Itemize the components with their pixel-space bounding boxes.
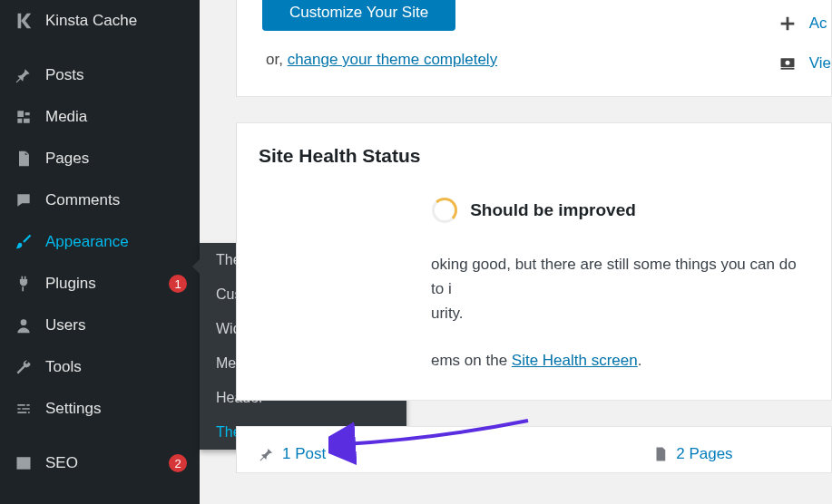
view-action[interactable]: Vie: [775, 53, 831, 74]
admin-sidebar: Kinsta Cache Posts Media Pages Comments …: [0, 0, 200, 504]
eye-icon: [775, 53, 800, 74]
main-content: Customize Your Site or, change your them…: [236, 0, 832, 504]
sidebar-item-label: Comments: [45, 191, 187, 209]
site-health-status-text: Should be improved: [470, 200, 636, 220]
site-health-title: Site Health Status: [259, 145, 809, 167]
svg-point-0: [21, 319, 27, 325]
update-badge: 1: [169, 275, 187, 293]
sidebar-item-kinsta-cache[interactable]: Kinsta Cache: [0, 0, 200, 42]
change-theme-link[interactable]: change your theme completely: [288, 51, 498, 68]
sliders-icon: [13, 398, 34, 420]
view-action-label: Vie: [809, 54, 831, 73]
pages-icon: [13, 148, 34, 170]
sidebar-item-label: Appearance: [45, 233, 187, 251]
site-health-screen-link[interactable]: Site Health screen: [512, 352, 638, 369]
glance-pages[interactable]: 2 Pages: [652, 445, 732, 463]
glance-posts-label: 1 Post: [282, 445, 326, 463]
plug-icon: [13, 273, 34, 295]
pin-icon: [13, 64, 34, 86]
right-actions: Ac Vie: [775, 13, 831, 92]
health-body-line2: urity.: [431, 301, 809, 325]
sidebar-item-label: Posts: [45, 66, 187, 84]
media-icon: [13, 106, 34, 128]
site-health-body: oking good, but there are still some thi…: [259, 252, 809, 373]
site-health-panel: Site Health Status Should be improved ok…: [236, 122, 832, 401]
health-body-line1: oking good, but there are still some thi…: [431, 252, 809, 301]
sidebar-item-settings[interactable]: Settings: [0, 388, 200, 430]
kinsta-k-icon: [13, 10, 34, 32]
svg-point-2: [785, 61, 789, 65]
sidebar-item-posts[interactable]: Posts: [0, 54, 200, 96]
wrench-icon: [13, 356, 34, 378]
glance-pages-label: 2 Pages: [676, 445, 732, 463]
status-indicator-circle: [432, 198, 457, 223]
user-icon: [13, 315, 34, 336]
add-action-label: Ac: [809, 15, 827, 33]
sidebar-item-label: SEO: [45, 454, 162, 472]
sidebar-item-tools[interactable]: Tools: [0, 346, 200, 388]
health-body-line3: ems on the Site Health screen.: [431, 348, 809, 373]
sidebar-item-label: Media: [45, 108, 187, 126]
yoast-icon: [13, 452, 34, 474]
sidebar-item-comments[interactable]: Comments: [0, 179, 200, 221]
site-health-status-row: Should be improved: [259, 198, 809, 223]
glance-posts[interactable]: 1 Post: [259, 445, 326, 463]
sidebar-item-media[interactable]: Media: [0, 96, 200, 138]
customize-site-button[interactable]: Customize Your Site: [262, 0, 455, 31]
sidebar-item-plugins[interactable]: Plugins 1: [0, 263, 200, 305]
sidebar-item-pages[interactable]: Pages: [0, 138, 200, 179]
sidebar-item-users[interactable]: Users: [0, 305, 200, 346]
or-prefix: or,: [266, 51, 288, 68]
sidebar-item-label: Settings: [45, 400, 187, 418]
sidebar-item-appearance[interactable]: Appearance: [0, 221, 200, 263]
pages-icon: [652, 446, 669, 462]
sidebar-item-label: Plugins: [45, 275, 162, 293]
at-a-glance-panel: 1 Post 2 Pages: [236, 426, 832, 473]
add-action[interactable]: Ac: [775, 13, 831, 34]
pin-icon: [259, 446, 275, 462]
sidebar-item-label: Kinsta Cache: [45, 12, 187, 30]
flyout-arrow: [192, 259, 200, 274]
sidebar-item-label: Pages: [45, 150, 187, 168]
plus-icon: [775, 13, 800, 34]
sidebar-item-label: Tools: [45, 358, 187, 376]
update-badge: 2: [169, 454, 187, 472]
sidebar-item-label: Users: [45, 316, 187, 334]
welcome-panel: Customize Your Site or, change your them…: [236, 0, 832, 97]
sidebar-item-seo[interactable]: SEO 2: [0, 442, 200, 484]
brush-icon: [13, 231, 34, 253]
or-change-theme-line: or, change your theme completely: [266, 51, 831, 69]
svg-rect-3: [780, 68, 794, 70]
comments-icon: [13, 189, 34, 211]
